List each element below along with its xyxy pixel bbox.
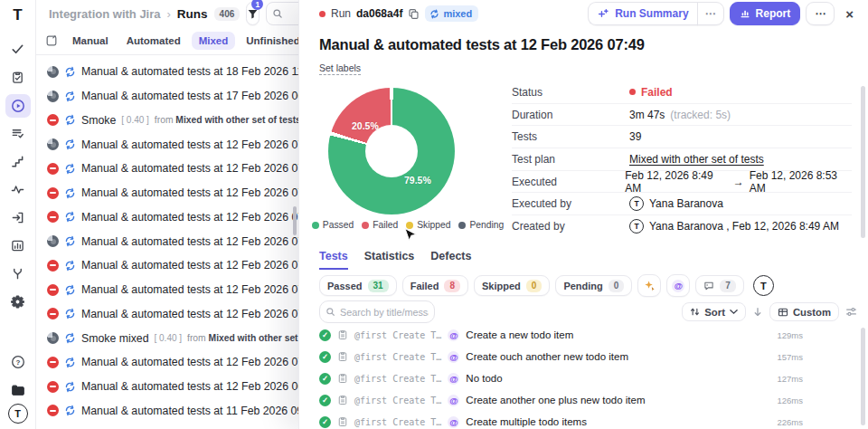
run-list-item[interactable]: Manual & automated tests at 12 Feb 2026 … (36, 302, 298, 327)
test-result-row[interactable]: @first Create T… Create multiple todo it… (319, 411, 803, 429)
run-list-item[interactable]: Manual & automated tests at 12 Feb 2026 … (36, 132, 298, 157)
run-type-tabs: Manual Automated Mixed Unfinished Group (36, 27, 298, 55)
tests-scrollbar[interactable] (861, 328, 865, 425)
mixed-run-sync-icon (64, 357, 76, 368)
test-duration: 129ms (777, 330, 803, 340)
run-id: da068a4f (356, 7, 402, 20)
sort-button[interactable]: Sort (682, 302, 746, 321)
filter-button[interactable]: 1 (246, 2, 259, 25)
copy-icon[interactable] (408, 8, 420, 20)
info-row-created-by: Created by TYana Baranova , Feb 12, 2026… (512, 215, 852, 238)
mixed-run-sync-icon (64, 91, 76, 102)
mixed-run-sync-icon (64, 211, 76, 223)
run-title: Manual & automated tests at 12 Feb 2026 … (81, 211, 298, 224)
test-result-row[interactable]: @first Create T… Create another one plus… (319, 389, 803, 411)
panel-scrollbar[interactable] (861, 86, 865, 238)
test-plans-icon[interactable] (5, 66, 31, 90)
test-suite-prefix: @first Create T… (354, 396, 441, 405)
test-results-list: @first Create T… Create a new todo item … (319, 324, 803, 429)
run-list-item[interactable]: Manual & automated tests at 12 Feb 2026 … (36, 253, 298, 278)
settings-gear-icon[interactable] (5, 291, 31, 314)
filter-settings-icon[interactable] (845, 306, 857, 318)
run-list-item[interactable]: Manual & automated tests at 11 Feb 2026 … (36, 399, 298, 424)
run-list-item[interactable]: Manual & automated tests at 12 Feb 2026 … (36, 205, 298, 230)
assignee-avatar[interactable]: T (753, 275, 774, 296)
detail-header: Run da068a4f mixed Run Summary ⋯ Report … (299, 0, 868, 27)
test-suite-prefix: @first Create T… (354, 330, 441, 340)
detail-tab[interactable]: Defects (430, 250, 471, 270)
run-status-icon (47, 211, 59, 223)
legend-item[interactable]: Skipped (406, 220, 450, 230)
sort-direction-icon[interactable] (752, 307, 763, 318)
run-summary-more-button[interactable]: ⋯ (697, 2, 724, 25)
custom-columns-button[interactable]: Custom (769, 302, 839, 321)
flaky-filter-chip[interactable] (637, 274, 661, 297)
runs-icon[interactable] (5, 94, 31, 118)
user-avatar[interactable]: T (8, 404, 28, 424)
run-type-tab[interactable]: Unfinished (239, 32, 298, 50)
test-cases-icon[interactable] (5, 122, 31, 146)
results-donut-chart[interactable]: 20.5% 79.5% (328, 88, 455, 214)
sparkle-icon (644, 280, 656, 291)
list-scrollbar[interactable] (293, 206, 297, 235)
run-summary-button[interactable]: Run Summary (588, 2, 697, 25)
help-icon[interactable]: ? (5, 350, 31, 374)
run-list-item[interactable]: Manual & automated tests at 18 Feb 2026 … (36, 60, 298, 84)
comments-filter-chip[interactable]: 7 (695, 275, 744, 296)
report-button[interactable]: Report (730, 2, 801, 25)
reports-icon[interactable] (5, 234, 31, 258)
run-list-item[interactable]: Manual & automated tests at 12 Feb 2026 … (36, 229, 298, 253)
user-avatar: T (629, 196, 644, 211)
status-filter-chip[interactable]: Failed 8 (402, 275, 468, 296)
close-panel-icon[interactable]: × (840, 5, 859, 24)
run-title: Manual & automated tests at 17 Feb 2026 … (81, 90, 298, 102)
legend-item[interactable]: Passed (312, 220, 354, 230)
detail-tabs: Tests Statistics Defects (319, 250, 472, 270)
run-title: Manual & automated tests at 11 Feb 2026 … (81, 405, 298, 417)
run-list-item[interactable]: Manual & automated tests at 17 Feb 2026 … (36, 84, 298, 109)
run-type-tab[interactable]: Mixed (192, 32, 236, 50)
run-type-tab[interactable]: Automated (119, 32, 188, 50)
import-icon[interactable] (5, 206, 31, 230)
run-list-item[interactable]: Manual & automated tests at 12 Feb 2026 … (36, 181, 298, 205)
status-filter-chip[interactable]: Skipped 0 (474, 275, 550, 296)
more-actions-button[interactable]: ⋯ (806, 2, 835, 25)
test-suite-prefix: @first Create T… (354, 417, 441, 427)
mixed-run-sync-icon (64, 381, 76, 393)
set-labels-link[interactable]: Set labels (319, 62, 361, 75)
detail-tab[interactable]: Statistics (364, 250, 415, 270)
mixed-run-sync-icon (64, 114, 76, 126)
legend-item[interactable]: Failed (362, 220, 398, 230)
run-list-item[interactable]: Manual & automated tests at 12 Feb 2026 … (36, 278, 298, 302)
run-list-item[interactable]: Manual & automated tests at 12 Feb 2026 … (36, 375, 298, 399)
tests-search[interactable] (319, 300, 435, 323)
projects-folder-icon[interactable] (5, 378, 31, 402)
milestones-icon[interactable] (5, 150, 31, 174)
check-icon[interactable] (5, 38, 31, 62)
run-list-item[interactable]: Smoke [ 0.40 ] from Mixed with other set… (36, 109, 298, 133)
legend-item[interactable]: Pending (458, 220, 504, 230)
test-result-row[interactable]: @first Create T… Create a new todo item … (319, 324, 803, 346)
chart-legend: Passed Failed Skipped Pending (303, 220, 513, 230)
detail-tab[interactable]: Tests (319, 250, 348, 270)
run-type-tab[interactable]: Manual (65, 32, 116, 50)
branch-icon[interactable] (5, 262, 31, 286)
tests-search-input[interactable] (340, 307, 429, 318)
select-all-icon[interactable] (45, 34, 58, 47)
test-result-row[interactable]: @first Create T… Create ouch another new… (319, 346, 803, 367)
test-plan-link[interactable]: Mixed with other set of tests (629, 153, 764, 166)
automation-at-icon (448, 416, 459, 428)
run-list-item[interactable]: Smoke mixed [ 0.40 ] from Mixed with oth… (36, 326, 298, 350)
arrow-right-icon: → (733, 176, 744, 188)
run-list-item[interactable]: Manual & automated tests at 12 Feb 2026 … (36, 157, 298, 181)
status-filter-chip[interactable]: Passed 31 (319, 275, 397, 296)
pulse-icon[interactable] (5, 178, 31, 202)
breadcrumb-project[interactable]: Integration with Jira (49, 7, 161, 21)
test-result-row[interactable]: @first Create T… No todo 127ms (319, 367, 803, 389)
app-logo[interactable]: T (13, 6, 22, 24)
status-filter-chip[interactable]: Pending 0 (555, 275, 632, 296)
run-list-item[interactable]: Manual & automated tests at 12 Feb 2026 … (36, 350, 298, 375)
run-info-table: Status Failed Duration 3m 47s(tracked: 5… (512, 81, 852, 238)
runs-search-input[interactable]: × (266, 2, 298, 25)
automated-filter-chip[interactable] (666, 274, 690, 297)
